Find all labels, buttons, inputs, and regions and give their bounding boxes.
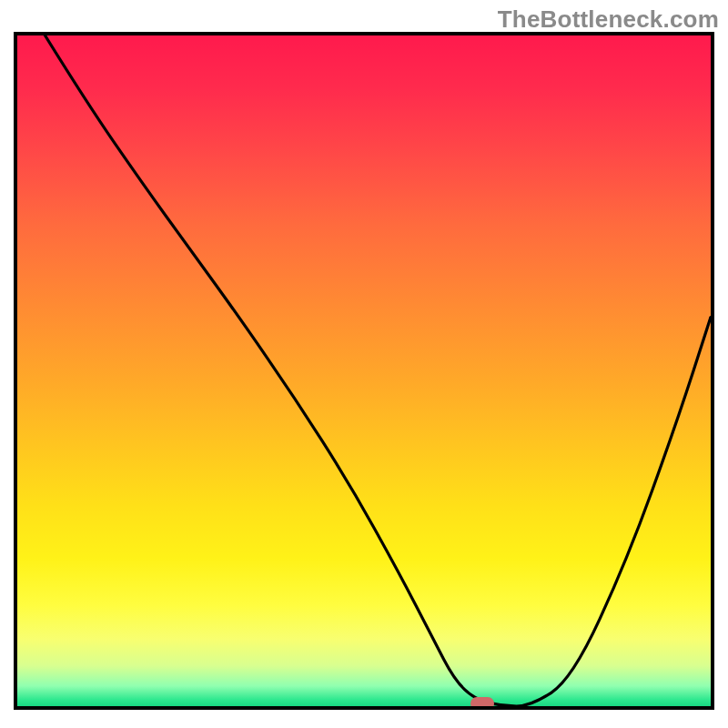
optimal-marker (470, 697, 494, 710)
bottleneck-curve (46, 35, 712, 706)
chart-container: TheBottleneck.com (0, 0, 728, 728)
curve-svg (17, 35, 711, 706)
watermark-text: TheBottleneck.com (498, 5, 719, 34)
plot-area (14, 32, 714, 710)
